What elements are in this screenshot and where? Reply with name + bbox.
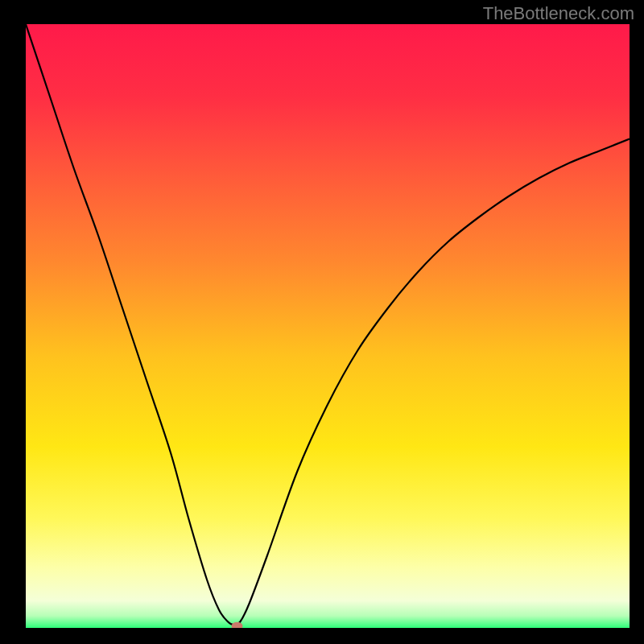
chart-svg — [26, 24, 630, 628]
chart-background — [26, 24, 630, 628]
chart-plot-area — [26, 24, 630, 628]
watermark-text: TheBottleneck.com — [483, 3, 634, 24]
